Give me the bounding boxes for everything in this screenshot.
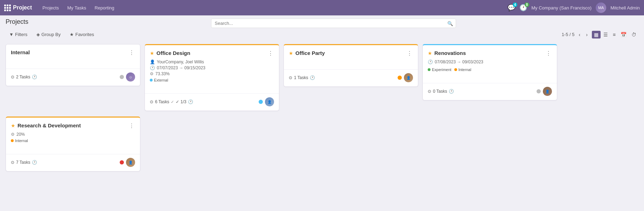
tag-experiment: Experiment bbox=[428, 68, 451, 72]
clock-icon: 🕐 bbox=[32, 75, 37, 79]
card-title-internal: Internal bbox=[11, 49, 30, 55]
tasks-count-internal: ⊙ 2 Tasks 🕐 bbox=[11, 75, 37, 79]
chat-badge: 4 bbox=[513, 2, 518, 7]
card-menu-research[interactable]: ⋮ bbox=[128, 122, 135, 129]
tag-label-internal-r: Internal bbox=[458, 68, 471, 72]
prev-page-button[interactable]: ‹ bbox=[577, 31, 582, 38]
kanban-view-button[interactable]: ▦ bbox=[592, 31, 601, 38]
groupby-button[interactable]: ◈ Group By bbox=[33, 30, 64, 38]
tasks-count-renovations: ⊙ 0 Tasks 🕐 bbox=[428, 89, 454, 94]
meta-dates-renovations: 🕐 07/08/2023 → 09/03/2023 bbox=[428, 59, 552, 64]
tags-renovations: Experiment Internal bbox=[428, 67, 552, 72]
favorites-button[interactable]: ★ Favorites bbox=[66, 30, 97, 38]
tag-label-experiment: Experiment bbox=[432, 68, 451, 72]
card-title-office-design: Office Design bbox=[156, 50, 190, 56]
grid-icon bbox=[4, 5, 11, 11]
card-title-research: Research & Development bbox=[18, 122, 81, 128]
card-menu-internal[interactable]: ⋮ bbox=[128, 49, 135, 56]
company-label: My Company (San Francisco) bbox=[531, 5, 592, 10]
clock-icon-dates: 🕐 bbox=[150, 65, 155, 70]
star-icon-op: ★ bbox=[289, 50, 293, 56]
clock-icon-res: 🕐 bbox=[32, 160, 37, 165]
nav-projects[interactable]: Projects bbox=[39, 4, 62, 12]
card-footer-research: ⊙ 7 Tasks 🕐 👤 bbox=[6, 154, 140, 171]
toolbar-filters: ▼ Filters ◈ Group By ★ Favorites bbox=[6, 30, 98, 38]
meta-dates-text-renovations: 07/08/2023 → 09/03/2023 bbox=[435, 59, 483, 64]
person-icon: 👤 bbox=[150, 59, 155, 64]
groupby-label: Group By bbox=[41, 32, 61, 37]
kanban-row2: ★ Research & Development ⋮ ⚙ 20% Interna… bbox=[0, 117, 644, 177]
tasks-count-label: 2 Tasks bbox=[16, 75, 30, 79]
avatar-r: 👤 bbox=[543, 87, 552, 96]
card-footer-op: ⊙ 1 Tasks 🕐 👤 bbox=[284, 69, 418, 86]
tag-label-external: External bbox=[154, 78, 168, 82]
activity-button[interactable]: 🕐 8 bbox=[519, 4, 527, 12]
list-view-button[interactable]: ☰ bbox=[601, 31, 610, 38]
tag-external: External bbox=[150, 78, 274, 82]
card-footer-renovations: ⊙ 0 Tasks 🕐 👤 bbox=[423, 83, 557, 100]
tag-label-internal-research: Internal bbox=[15, 139, 28, 143]
search-input[interactable] bbox=[211, 19, 456, 28]
star-icon: ★ bbox=[70, 32, 74, 37]
top-navbar: Project Projects My Tasks Reporting 💬 4 … bbox=[0, 0, 644, 15]
search-button[interactable]: 🔍 bbox=[447, 21, 453, 26]
user-avatar[interactable]: MA bbox=[596, 2, 606, 13]
next-page-button[interactable]: › bbox=[584, 31, 589, 38]
tasks-icon-res: ⊙ bbox=[11, 160, 14, 165]
clock-icon-r: 🕐 bbox=[449, 89, 454, 94]
tag-internal-research: Internal bbox=[11, 139, 135, 143]
check-icon-od: ✓ bbox=[171, 100, 174, 104]
card-title-row: Internal bbox=[11, 49, 30, 55]
tag-internal-renovations: Internal bbox=[454, 68, 471, 72]
search-bar: 🔍 bbox=[211, 19, 456, 28]
card-menu-office-design[interactable]: ⋮ bbox=[267, 50, 274, 57]
tasks-icon-r: ⊙ bbox=[428, 89, 431, 94]
card-header-office-design: ★ Office Design ⋮ bbox=[145, 45, 279, 59]
tasks-count-label-od: 6 Tasks bbox=[155, 99, 169, 104]
filters-label: Filters bbox=[15, 32, 27, 37]
project-card-research: ★ Research & Development ⋮ ⚙ 20% Interna… bbox=[6, 117, 140, 171]
percent-icon-research: ⚙ bbox=[11, 132, 15, 137]
meta-person-text: YourCompany, Joel Willis bbox=[157, 59, 204, 64]
chat-button[interactable]: 💬 4 bbox=[507, 4, 515, 12]
tasks-icon-od: ⊙ bbox=[150, 99, 153, 104]
list2-view-button[interactable]: ≡ bbox=[611, 31, 618, 38]
user-name: Mitchell Admin bbox=[610, 5, 640, 10]
clock-icon-od: 🕐 bbox=[188, 99, 193, 104]
nav-my-tasks[interactable]: My Tasks bbox=[64, 4, 90, 12]
nav-reporting[interactable]: Reporting bbox=[91, 4, 118, 12]
card-header-renovations: ★ Renovations ⋮ bbox=[423, 45, 557, 59]
filters-button[interactable]: ▼ Filters bbox=[6, 30, 31, 38]
meta-dates-text: 07/07/2023 → 09/15/2023 bbox=[157, 65, 205, 70]
card-title-op: Office Party bbox=[295, 50, 325, 56]
card-menu-op[interactable]: ⋮ bbox=[406, 50, 413, 57]
tag-dot-experiment bbox=[428, 68, 430, 71]
topnav-right: 💬 4 🕐 8 My Company (San Francisco) MA Mi… bbox=[507, 2, 640, 13]
card-footer-office-design: ⊙ 6 Tasks ✓ ✓ 1/3 🕐 👤 bbox=[145, 93, 279, 111]
star-icon-office-design: ★ bbox=[150, 50, 154, 56]
footer-right-internal: ☺ bbox=[120, 72, 135, 82]
card-menu-renovations[interactable]: ⋮ bbox=[545, 50, 552, 57]
meta-progress-text-research: 20% bbox=[16, 132, 25, 137]
calendar-view-button[interactable]: 📅 bbox=[618, 31, 629, 38]
app-logo[interactable]: Project bbox=[4, 5, 32, 11]
meta-progress-text: 73.33% bbox=[155, 71, 170, 76]
tasks-count-label-op: 1 Tasks bbox=[294, 75, 308, 80]
project-card-renovations: ★ Renovations ⋮ 🕐 07/08/2023 → 09/03/202… bbox=[422, 44, 557, 100]
app-name: Project bbox=[13, 5, 32, 11]
tag-dot-internal-r bbox=[454, 68, 457, 71]
tag-dot-internal-research bbox=[11, 139, 14, 142]
card-title-row-office-party: ★ Office Party bbox=[289, 50, 325, 56]
meta-progress: ⚙ 73.33% bbox=[150, 71, 274, 76]
page-title: Projects bbox=[6, 18, 28, 26]
tasks-icon-op: ⊙ bbox=[289, 75, 292, 80]
user-initials: MA bbox=[598, 6, 604, 10]
status-dot-od bbox=[259, 100, 263, 104]
tag-dot-external bbox=[150, 79, 153, 82]
pagination: 1-5 / 5 bbox=[562, 32, 575, 37]
avatar-od: 👤 bbox=[265, 97, 274, 106]
activity-view-button[interactable]: ⏱ bbox=[629, 31, 638, 38]
tasks-count-research: ⊙ 7 Tasks 🕐 bbox=[11, 160, 37, 165]
card-meta-renovations: 🕐 07/08/2023 → 09/03/2023 Experiment Int… bbox=[423, 59, 557, 73]
card-header-research: ★ Research & Development ⋮ bbox=[6, 118, 140, 132]
